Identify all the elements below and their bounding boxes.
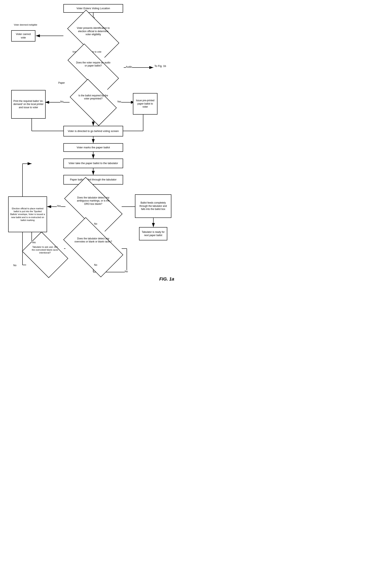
print-ballot-box: Print the required ballot 'on-demand' on…: [11, 90, 46, 119]
preprinted-box: Issue pre-printed paper ballot to voter: [133, 93, 157, 115]
fed-tabulator-box: Paper ballot is fed through the tabulato…: [63, 175, 123, 185]
spoiled-box: Election official to place marked ballot…: [8, 196, 47, 232]
yes-label-1: Yes: [117, 100, 121, 103]
diamond1-container: Voter presents identification to electio…: [63, 21, 123, 50]
yes-label-2: Yes: [57, 205, 61, 208]
marks-ballot-box: Voter marks the paper ballot: [63, 143, 123, 152]
no-label-4: No: [13, 264, 16, 267]
paper-label: Paper: [58, 81, 65, 84]
start-box: Voter Enters Voting Location: [63, 4, 123, 13]
fig-label: FIG. 1a: [159, 276, 174, 282]
to-fig1b-label: To Fig. 1b: [154, 64, 166, 67]
directed-box: Voter is directed to go behind voting sc…: [63, 126, 123, 136]
no-label-1: No: [60, 100, 63, 103]
diamond2-container: Does the voter require an audio or paper…: [63, 57, 123, 81]
take-tabulator-box: Voter take the paper ballot to the tabul…: [63, 158, 123, 168]
audio-label: Audio: [126, 65, 132, 68]
ballot-feeds-box: Ballot feeds completely through the tabu…: [135, 194, 171, 218]
diamond5-container: Does the tabulator detect any overvotes …: [63, 231, 123, 263]
no-bottom-line: No: [125, 270, 128, 273]
cannot-vote-box: Voter cannot vote: [11, 30, 35, 42]
diamond3-container: Is the ballot required by the voter prep…: [70, 89, 117, 116]
flowchart-diagram: Voter Enters Voting Location Voter prese…: [0, 0, 186, 294]
ineligible-label: Voter deemed ineligible: [10, 23, 41, 26]
tabulator-ready-box: Tabulator is ready for next paper ballot: [139, 227, 167, 240]
no-label-2: No: [94, 222, 97, 225]
no-label-3: No: [94, 263, 97, 266]
diamond4-container: Does the tabulator detect any ambiguous …: [63, 190, 123, 222]
diamond6-container: Tabulator to ask user. Are the overvoted…: [23, 240, 66, 269]
